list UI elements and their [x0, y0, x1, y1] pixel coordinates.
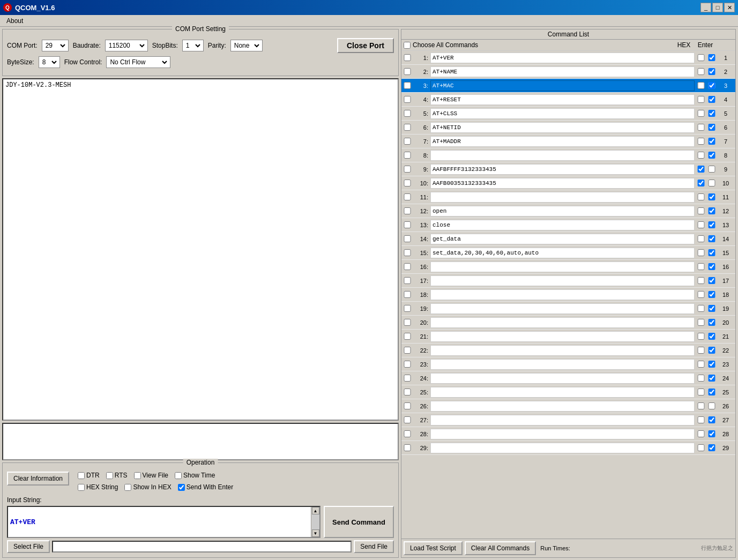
enter-checkbox[interactable] [707, 389, 716, 395]
enter-checkbox[interactable] [707, 82, 716, 89]
command-select-checkbox[interactable] [404, 221, 411, 228]
command-input[interactable] [430, 122, 695, 133]
enter-checkbox[interactable] [707, 124, 716, 131]
command-row[interactable]: 10:10 [401, 176, 735, 190]
command-input[interactable] [430, 262, 695, 272]
hex-checkbox[interactable] [697, 333, 705, 340]
command-row[interactable]: 8:8 [401, 148, 735, 162]
command-row[interactable]: 18:18 [401, 288, 735, 302]
hex-checkbox[interactable] [697, 249, 705, 256]
command-select-checkbox[interactable] [404, 166, 411, 173]
hex-checkbox[interactable] [697, 221, 705, 228]
command-row[interactable]: 24:24 [401, 371, 735, 385]
hex-checkbox[interactable] [697, 361, 705, 368]
enter-checkbox[interactable] [707, 291, 716, 298]
command-select-checkbox[interactable] [404, 333, 411, 340]
hex-checkbox[interactable] [697, 152, 705, 159]
command-select-checkbox[interactable] [404, 138, 411, 145]
hex-checkbox[interactable] [697, 375, 705, 382]
command-row[interactable]: 3:3 [401, 79, 735, 93]
command-row[interactable]: 4:4 [401, 93, 735, 107]
enter-checkbox[interactable] [707, 110, 716, 117]
command-input[interactable] [430, 136, 695, 147]
parity-dropdown[interactable]: None [232, 41, 261, 50]
command-select-checkbox[interactable] [404, 110, 411, 117]
command-row[interactable]: 21:21 [401, 330, 735, 344]
minimize-button[interactable]: _ [700, 3, 711, 12]
hex-checkbox[interactable] [697, 235, 705, 242]
command-row[interactable]: 11:11 [401, 190, 735, 204]
enter-checkbox[interactable] [707, 263, 716, 270]
enter-checkbox[interactable] [707, 96, 716, 103]
command-select-checkbox[interactable] [404, 193, 411, 200]
command-row[interactable]: 9:9 [401, 162, 735, 176]
command-row[interactable]: 7:7 [401, 135, 735, 148]
command-input[interactable] [430, 387, 695, 398]
command-row[interactable]: 28:28 [401, 427, 735, 441]
dtr-checkbox[interactable] [78, 472, 85, 479]
enter-checkbox[interactable] [707, 319, 716, 326]
command-select-checkbox[interactable] [404, 82, 411, 89]
bytesize-dropdown[interactable]: 8 [40, 58, 58, 66]
command-select-checkbox[interactable] [404, 361, 411, 368]
command-row[interactable]: 15:15 [401, 246, 735, 260]
hex-checkbox[interactable] [697, 444, 705, 451]
enter-checkbox[interactable] [707, 180, 716, 186]
input-command-box[interactable]: ▲ ▼ [7, 506, 320, 538]
enter-checkbox[interactable] [707, 361, 716, 368]
command-row[interactable]: 16:16 [401, 260, 735, 274]
enter-checkbox[interactable] [707, 138, 716, 145]
com-port-dropdown[interactable]: 29 [43, 41, 67, 50]
command-select-checkbox[interactable] [404, 375, 411, 382]
secondary-input-area[interactable] [2, 423, 399, 460]
stopbits-dropdown[interactable]: 1 [184, 41, 202, 50]
command-select-checkbox[interactable] [404, 402, 411, 409]
send-command-button[interactable]: Send Command [324, 506, 394, 538]
enter-checkbox[interactable] [707, 402, 716, 409]
command-select-checkbox[interactable] [404, 347, 411, 354]
command-row[interactable]: 29:29 [401, 441, 735, 455]
command-row[interactable]: 20:20 [401, 316, 735, 330]
command-select-checkbox[interactable] [404, 444, 411, 451]
show-time-checkbox[interactable] [175, 472, 182, 479]
hex-checkbox[interactable] [697, 347, 705, 354]
command-row[interactable]: 14:14 [401, 232, 735, 246]
rts-checkbox[interactable] [106, 472, 113, 479]
command-input[interactable] [430, 317, 695, 328]
command-row[interactable]: 12:12 [401, 204, 735, 218]
enter-checkbox[interactable] [707, 277, 716, 284]
command-select-checkbox[interactable] [404, 54, 411, 61]
command-row[interactable]: 23:23 [401, 357, 735, 371]
close-port-button[interactable]: Close Port [337, 38, 394, 53]
command-list-scroll[interactable]: 1:12:23:34:45:56:67:78:89:910:1011:1112:… [401, 51, 735, 539]
com-port-select[interactable]: 29 [42, 40, 69, 51]
command-select-checkbox[interactable] [404, 319, 411, 326]
command-row[interactable]: 2:2 [401, 65, 735, 79]
command-select-checkbox[interactable] [404, 305, 411, 312]
baudrate-select[interactable]: 115200 [105, 40, 148, 51]
command-input[interactable] [430, 220, 695, 230]
hex-checkbox[interactable] [697, 193, 705, 200]
command-input[interactable] [430, 234, 695, 244]
command-select-checkbox[interactable] [404, 263, 411, 270]
command-row[interactable]: 6:6 [401, 121, 735, 135]
hex-checkbox[interactable] [697, 124, 705, 131]
command-input[interactable] [430, 94, 695, 105]
input-command-field[interactable] [8, 507, 311, 537]
hex-checkbox[interactable] [697, 263, 705, 270]
baudrate-dropdown[interactable]: 115200 [107, 41, 146, 50]
command-input[interactable] [430, 303, 695, 314]
hex-checkbox[interactable] [697, 96, 705, 103]
hex-checkbox[interactable] [697, 402, 705, 409]
load-test-script-button[interactable]: Load Test Script [404, 541, 463, 555]
command-input[interactable] [430, 373, 695, 384]
hex-string-checkbox[interactable] [78, 484, 85, 491]
command-input[interactable] [430, 401, 695, 412]
command-select-checkbox[interactable] [404, 235, 411, 242]
command-row[interactable]: 25:25 [401, 385, 735, 399]
hex-checkbox[interactable] [697, 68, 705, 75]
hex-checkbox[interactable] [697, 166, 705, 173]
enter-checkbox[interactable] [707, 68, 716, 75]
clear-all-commands-button[interactable]: Clear All Commands [465, 541, 536, 555]
command-select-checkbox[interactable] [404, 180, 411, 186]
